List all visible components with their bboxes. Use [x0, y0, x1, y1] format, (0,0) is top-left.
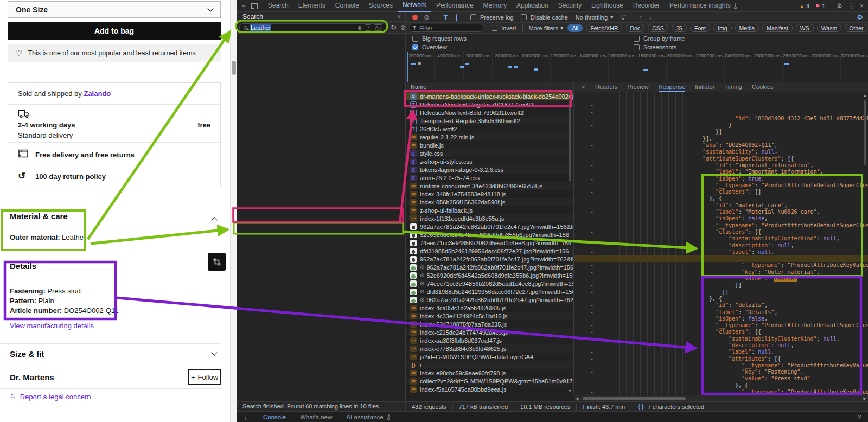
size-fit-heading[interactable]: Size & fit — [10, 349, 44, 359]
drawer-kebab-icon[interactable]: ⋮ — [242, 413, 249, 421]
response-tab[interactable]: Cookies — [752, 82, 774, 92]
search-result-row[interactable]: ▾ URL ...ando.co.uk/api/t/gtm/g/collect?… — [237, 43, 405, 51]
request-row[interactable]: ⊙ 74eec71cc3e94856b2062d5ead1c4ee8.jpg?i… — [406, 239, 573, 247]
search-result-row[interactable]: ▾ 280 ...Leather Jackets","text":"Leathe… — [237, 396, 405, 401]
request-row[interactable]: ⊙ 962a7ac781a242fc862ab0f701fe2c47.jpg?i… — [406, 255, 573, 263]
warnings-badge[interactable]: ▲3 — [799, 3, 809, 9]
clear-input-icon[interactable]: ⊗ — [358, 25, 362, 31]
search-result-row[interactable]: ▾ 263 ...nF _7ZONEy" alt="7&quot; LEATHE… — [237, 327, 405, 334]
close-request-details-icon[interactable]: × — [582, 84, 585, 91]
request-row[interactable]: ⊙ 74eec71cc3e94856b2062d5ead1c4ee8.jpg?i… — [406, 279, 573, 287]
more-filters-dropdown[interactable]: More filters▾ — [529, 24, 564, 31]
chevron-down-icon[interactable] — [211, 349, 217, 355]
inspect-icon[interactable]: ⌖ — [242, 2, 246, 10]
search-result-row[interactable]: ▾ 280 ...jackets/","title":"Men's Leathe… — [237, 388, 405, 396]
search-result-row[interactable]: ▾ 258 ...uery":{"upper_material":"leathe… — [237, 250, 405, 257]
search-result-row[interactable]: ▾ 263 ...C- r9BRio qXofat EKabf7">LEATHE… — [237, 350, 405, 357]
search-result-row[interactable]: ▾ :path: ...llect?v=2&tid=G-MDW1S9PQPW&g… — [237, 101, 405, 109]
request-row[interactable]: ⊙ js?id=G-MDW1S9PQPW&l=dataLayerGA4 — [406, 353, 573, 361]
request-row[interactable]: ⊙ index-f5a165745ca80bbd9eea.js — [406, 385, 573, 393]
request-row[interactable]: ⊙ style.css — [406, 149, 573, 157]
filter-funnel-icon[interactable] — [443, 15, 449, 20]
search-result-row[interactable]: ▾ URL ...ando.co.uk/api/t/gtm/g/collect?… — [237, 169, 405, 176]
request-row[interactable]: ⊙ 26df0c5.woff2 — [406, 125, 573, 133]
search-result-row[interactable]: ▾ referer: ...ando.co.uk/rucksacks/?uppe… — [237, 219, 405, 227]
request-row[interactable]: ⊙ 962a7ac781a242fc862ab0f701fe2c47.jpg?i… — [406, 222, 573, 231]
request-row[interactable]: ⊙ index-4ca05fc1d2abb4826905.js — [406, 304, 573, 312]
search-result-row[interactable]: ▾ 263 ...nF _7ZONEy" alt="7&quot; LEATHE… — [237, 311, 405, 319]
devtools-tab[interactable]: Console — [330, 0, 364, 12]
search-result-row[interactable]: ▾ URL ...ando.co.uk/api/t/gtm/g/collect?… — [237, 68, 405, 76]
search-result-row[interactable]: ▾ :path: ...llect?v=2&tid=G-MDW1S9PQPW&g… — [237, 176, 405, 184]
request-row[interactable]: ⊙ 962a7ac781a242fc862ab0f701fe2c47.jpg?i… — [406, 296, 573, 304]
clear-network-icon[interactable]: ⊘ — [424, 13, 430, 21]
request-type-chip[interactable]: Fetch/XHR — [586, 24, 622, 32]
response-body[interactable]: - "id": "810d1d00-4312-43e5-bd31-d8373fd… — [574, 92, 868, 395]
search-result-row[interactable]: ▾ :path: ...llect?v=2&tid=G-MDW1S9PQPW&g… — [237, 76, 405, 84]
page-scrollbar[interactable] — [230, 0, 237, 422]
search-result-row[interactable]: ▾ 263 ...rXL mo6ZnF _7ZONEy" alt="LEATHE… — [237, 296, 405, 304]
request-row[interactable]: ⊙ 52e6920dcf6d4542a5d608d9dfa355b6.jpg?i… — [406, 231, 573, 239]
issues-badge[interactable]: ⚑1 — [815, 3, 825, 10]
devtools-tab[interactable]: Search — [263, 0, 293, 12]
response-tab[interactable]: Response — [659, 82, 686, 92]
search-result-row[interactable]: ▾ 88 ...Outer material","value":"Leather… — [237, 227, 405, 234]
request-type-chip[interactable]: Font — [690, 24, 710, 32]
search-result-row[interactable]: ▾ dr-martens-backpack-unisex-rucksack-bl… — [237, 211, 405, 219]
request-type-chip[interactable]: Img — [713, 24, 732, 32]
request-row[interactable]: ⊙ index-1f131eecdfd4c3b3c55a.js — [406, 214, 573, 222]
requests-name-header[interactable]: Name — [406, 82, 574, 92]
search-result-row[interactable]: ▾ 263 ...o qXofat EKabf7">7&quot; LEATHE… — [237, 334, 405, 342]
request-row[interactable]: ⊙ index-aa30f3fbfb8d037eaf47.js — [406, 336, 573, 344]
clear-search-icon[interactable]: ⊘ — [400, 24, 406, 31]
search-result-row[interactable]: ▾ collect — www.zalando.co.uk/api/t/gtm/… — [237, 36, 405, 43]
request-row[interactable]: ⊙ index-348fc1e754583e948118.js — [406, 190, 573, 198]
device-toolbar-icon[interactable] — [251, 3, 258, 9]
search-result-row[interactable]: ▾ URL ...ando.co.uk/api/t/gtm/g/collect?… — [237, 144, 405, 151]
request-row[interactable]: ⊙ index-4c33e4124924c5c1bd15.js — [406, 312, 573, 320]
request-row[interactable]: ⊙ index-e98cbc59c9eae93fd798.js — [406, 369, 573, 377]
request-row[interactable]: ⊙ atom-76.2.0-75-74.css — [406, 174, 573, 182]
follow-button[interactable]: + Follow — [188, 369, 221, 385]
preserve-log-checkbox[interactable]: Preserve log — [470, 14, 514, 21]
request-row[interactable]: ⊙ bundle.js — [406, 141, 573, 149]
network-overview-timeline[interactable]: 200000 ms400000 ms600000 ms800000 ms1000… — [406, 52, 868, 82]
request-type-chip[interactable]: WS — [796, 24, 814, 32]
export-har-icon[interactable]: ↓ — [649, 14, 652, 20]
response-tab[interactable]: Preview — [628, 82, 649, 92]
search-result-row[interactable]: ▾ 263 ...C- r9BRio qXofat EKabf7">LEATHE… — [237, 304, 405, 311]
regex-toggle[interactable]: .* — [365, 24, 371, 31]
search-result-row[interactable]: ▾ URL ...ando.co.uk/api/t/gtm/g/collect?… — [237, 194, 405, 201]
request-row[interactable]: ⊙ HelveticaNowText-Regular.79118717.woff… — [406, 100, 573, 108]
response-hscrollbar[interactable]: ◀ ▶ — [574, 395, 868, 401]
record-icon[interactable] — [412, 15, 418, 20]
scroll-right-icon[interactable]: ▶ — [864, 397, 866, 401]
scroll-up-icon[interactable]: ▲ — [568, 93, 572, 97]
overview-checkbox[interactable]: Overview — [412, 44, 447, 50]
request-row[interactable]: ⊙ index-c215de24b7747492a4c5.js — [406, 328, 573, 336]
search-result-row[interactable]: ▾ collect — www.zalando.co.uk/api/t/gtm/… — [237, 86, 405, 93]
search-result-row[interactable]: ▾ 279 ...uk/mens-clothing-jackets-leathe… — [237, 365, 405, 373]
request-row[interactable]: ⊙ z-shop-ui-fallback.js — [406, 206, 573, 214]
screenshots-checkbox[interactable]: Screenshots — [634, 44, 676, 50]
search-result-row[interactable]: ▾ 258 ...ucksacks/?upper_material=leathe… — [237, 234, 405, 242]
scroll-up-icon[interactable]: ▲ — [863, 93, 867, 97]
disable-cache-checkbox[interactable]: Disable cache — [521, 14, 568, 21]
report-legal-link[interactable]: ⚐ Report a legal concern — [10, 393, 91, 401]
search-result-row[interactable]: ▾ :path: ...llect?v=2&tid=G-MDW1S9PQPW&g… — [237, 51, 405, 59]
search-result-row[interactable]: ▾ URL ...ando.co.uk/api/t/gtm/g/collect?… — [237, 119, 405, 126]
response-scrollbar-thumb[interactable] — [864, 100, 866, 165]
throttling-dropdown[interactable]: No throttling▾ — [576, 14, 614, 21]
search-result-row[interactable]: ▾ 263 ...rXL mo6ZnF _7ZONEy" alt="LEATHE… — [237, 280, 405, 288]
search-result-row[interactable]: ▾ 263 ...o qXofat EKabf7">7&quot; LEATHE… — [237, 319, 405, 327]
request-row[interactable]: ⊙ index-534710875f07aa7da235.js — [406, 320, 573, 328]
request-type-chip[interactable]: CSS — [648, 24, 668, 32]
settings-gear-icon[interactable]: ⚙ — [837, 2, 843, 10]
seller-brand-link[interactable]: Zalando — [84, 89, 111, 98]
devtools-tab[interactable]: Security — [553, 0, 586, 12]
search-result-row[interactable]: ▾ :path: ...llect?v=2&tid=G-MDW1S9PQPW&g… — [237, 202, 405, 209]
kebab-menu-icon[interactable]: ⋮ — [848, 2, 854, 10]
request-type-chip[interactable]: Wasm — [817, 24, 841, 32]
devtools-tab[interactable]: Memory — [478, 0, 512, 12]
search-result-row[interactable]: ▾ 279 ...t EKabf7 EKabf7 _2lVSo9">Leathe… — [237, 373, 405, 380]
